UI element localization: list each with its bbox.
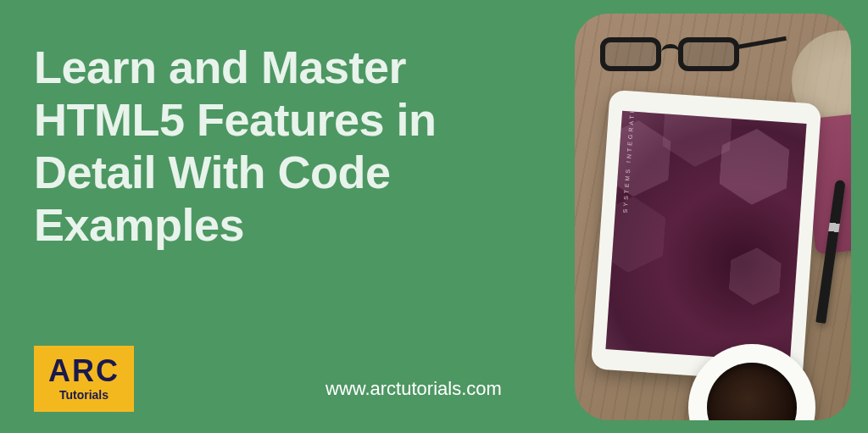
glasses-icon	[600, 29, 770, 80]
website-url: www.arctutorials.com	[326, 378, 502, 400]
logo-sub-text: Tutorials	[59, 388, 108, 402]
tablet-device: SYSTEMS INTEGRATION HIVE	[591, 90, 821, 384]
hero-image: SYSTEMS INTEGRATION HIVE	[575, 14, 851, 420]
logo-main-text: ARC	[48, 356, 120, 386]
headline: Learn and Master HTML5 Features in Detai…	[34, 41, 542, 251]
tablet-screen: SYSTEMS INTEGRATION HIVE	[605, 111, 806, 363]
brand-logo: ARC Tutorials	[34, 346, 134, 412]
